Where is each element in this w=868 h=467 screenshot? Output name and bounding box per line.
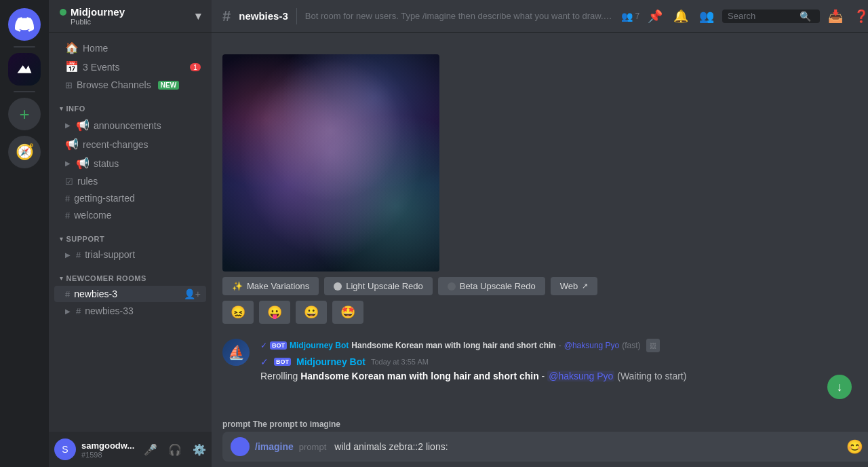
emoji-button[interactable]: 😊 xyxy=(846,438,863,455)
sidebar-item-trial-support[interactable]: ▶ # trial-support xyxy=(54,246,206,263)
section-header-newcomer[interactable]: ▾ NEWCOMER ROOMS xyxy=(49,263,212,285)
mute-button[interactable]: 🎤 xyxy=(140,438,161,460)
reaction-starstruck[interactable]: 🤩 xyxy=(332,301,363,324)
channel-header: # newbies-3 Bot room for new users. Type… xyxy=(212,0,868,33)
section-label-support: SUPPORT xyxy=(66,235,105,243)
members-button[interactable]: 👥 xyxy=(696,6,717,26)
explore-servers-button[interactable]: 🧭 xyxy=(8,136,41,168)
sidebar-item-getting-started[interactable]: # getting-started xyxy=(54,190,206,206)
deafen-button[interactable]: 🎧 xyxy=(164,438,186,460)
message-header: ✓ BOT Midjourney Bot Today at 3:55 AM xyxy=(260,356,868,367)
sidebar-item-rules[interactable]: ☑ rules xyxy=(54,173,206,189)
events-icon: 📅 xyxy=(65,60,79,73)
sidebar-item-browse-channels[interactable]: ⊞ Browse Channels NEW xyxy=(54,77,206,93)
bot-badge-top: BOT xyxy=(270,341,287,350)
message-author: Midjourney Bot xyxy=(296,356,366,367)
inbox-button[interactable]: 📥 xyxy=(825,6,846,26)
sidebar-item-welcome[interactable]: # welcome xyxy=(54,207,206,223)
section-header-support[interactable]: ▾ SUPPORT xyxy=(49,224,212,246)
web-button[interactable]: Web ↗ xyxy=(551,277,598,295)
reaction-grin[interactable]: 😀 xyxy=(296,301,327,324)
message-body: ✓ BOT Midjourney Bot Handsome Korean man… xyxy=(260,339,868,384)
make-variations-label: Make Variations xyxy=(247,281,309,291)
pin-button[interactable]: 📌 xyxy=(645,6,665,26)
image-message-block: ✨ Make Variations Light Upscale Redo Bet… xyxy=(212,43,868,332)
section-header-info[interactable]: ▾ INFO xyxy=(49,94,212,115)
help-button[interactable]: ❓ xyxy=(851,6,868,26)
action-buttons: ✨ Make Variations Light Upscale Redo Bet… xyxy=(222,277,868,295)
prompt-bar: prompt The prompt to imagine /imagine pr… xyxy=(212,418,868,467)
expand-arrow-trial: ▶ xyxy=(65,251,71,259)
sidebar-item-home-label: Home xyxy=(83,43,108,54)
sidebar-item-announcements-label: announcements xyxy=(94,120,161,131)
browse-new-badge: NEW xyxy=(158,81,179,90)
light-upscale-redo-label: Light Upscale Redo xyxy=(346,281,422,291)
user-actions: 🎤 🎧 ⚙️ xyxy=(140,438,210,460)
make-variations-button[interactable]: ✨ Make Variations xyxy=(222,277,319,295)
sidebar-item-trial-support-label: trial-support xyxy=(85,249,135,260)
sidebar-item-home[interactable]: 🏠 Home xyxy=(54,39,206,57)
info-author: Midjourney Bot xyxy=(290,341,349,350)
message-text: Rerolling Handsome Korean man with long … xyxy=(260,370,868,384)
sidebar-item-welcome-label: welcome xyxy=(74,210,111,221)
browse-channels-icon: ⊞ xyxy=(65,80,73,90)
input-prompt-label: prompt xyxy=(299,442,326,452)
generated-image-container xyxy=(222,54,868,272)
section-arrow-support: ▾ xyxy=(60,236,64,242)
input-avatar xyxy=(231,437,250,456)
add-server-button[interactable]: + xyxy=(8,98,41,130)
light-upscale-redo-button[interactable]: Light Upscale Redo xyxy=(324,277,432,295)
expand-arrow-status: ▶ xyxy=(65,160,71,167)
info-mention: @haksung Pyo xyxy=(564,341,620,350)
rerolling-bold: Handsome Korean man with long hair and s… xyxy=(300,371,539,381)
rerolling-message: ⛵ ✓ BOT Midjourney Bot Handsome Korean m… xyxy=(212,337,868,385)
server-divider-2 xyxy=(14,91,35,92)
server-icon-midjourney[interactable] xyxy=(8,53,41,86)
verified-check: ✓ xyxy=(260,356,269,367)
bot-avatar: ⛵ xyxy=(222,339,250,366)
trial-support-icon: # xyxy=(76,250,81,260)
prompt-hint-desc: The prompt to imagine xyxy=(253,419,340,429)
light-upscale-icon xyxy=(334,282,342,291)
scroll-to-bottom-button[interactable]: ↓ xyxy=(827,375,852,399)
reaction-buttons: 😖 😛 😀 🤩 xyxy=(222,301,868,324)
info-extra: (fast) xyxy=(622,341,640,350)
section-arrow-info: ▾ xyxy=(60,105,64,112)
status-icon: 📢 xyxy=(76,157,90,170)
header-actions: 👥 7 📌 🔔 👥 🔍 📥 ❓ xyxy=(621,6,868,26)
message-input[interactable] xyxy=(334,441,841,452)
reaction-tired[interactable]: 😖 xyxy=(222,301,254,324)
welcome-icon: # xyxy=(65,210,70,221)
external-link-icon: ↗ xyxy=(582,282,588,291)
web-label: Web xyxy=(560,281,578,291)
sidebar-item-newbies-3[interactable]: # newbies-3 👤+ xyxy=(54,286,206,302)
messages-area: ✨ Make Variations Light Upscale Redo Bet… xyxy=(212,33,868,418)
newbies-3-icon: # xyxy=(65,289,70,299)
user-info: samgoodw... #1598 xyxy=(81,441,134,459)
section-label-info: INFO xyxy=(66,105,85,113)
sidebar-item-status[interactable]: ▶ 📢 status xyxy=(54,154,206,172)
cosmic-face-image xyxy=(222,54,439,272)
rerolling-status: (Waiting to start) xyxy=(617,371,686,381)
server-name: Midjourney xyxy=(71,6,125,18)
input-area: /imagine prompt 😊 xyxy=(222,432,868,462)
sidebar-item-events-label: 3 Events xyxy=(83,62,119,73)
reaction-tongue[interactable]: 😛 xyxy=(259,301,290,324)
channel-hash-icon: # xyxy=(222,7,231,25)
sidebar-item-events[interactable]: 📅 3 Events 1 xyxy=(54,58,206,76)
beta-upscale-redo-button[interactable]: Beta Upscale Redo xyxy=(438,277,545,295)
search-input[interactable] xyxy=(728,11,795,21)
server-header[interactable]: Midjourney Public ▾ xyxy=(49,0,212,33)
events-badge: 1 xyxy=(190,63,201,71)
discord-home-button[interactable] xyxy=(8,8,41,41)
image-indicator-icon[interactable]: 🖼 xyxy=(646,339,660,352)
sidebar-item-newbies-33[interactable]: ▶ # newbies-33 xyxy=(54,303,206,319)
settings-button[interactable]: ⚙️ xyxy=(189,438,210,460)
sidebar-item-status-label: status xyxy=(94,158,119,169)
server-bar: + 🧭 xyxy=(0,0,49,467)
prompt-hint: prompt The prompt to imagine xyxy=(222,419,868,429)
user-avatar-initial: S xyxy=(62,444,68,455)
sidebar-item-recent-changes[interactable]: 📢 recent-changes xyxy=(54,135,206,153)
notifications-button[interactable]: 🔔 xyxy=(671,6,691,26)
sidebar-item-announcements[interactable]: ▶ 📢 announcements xyxy=(54,116,206,134)
